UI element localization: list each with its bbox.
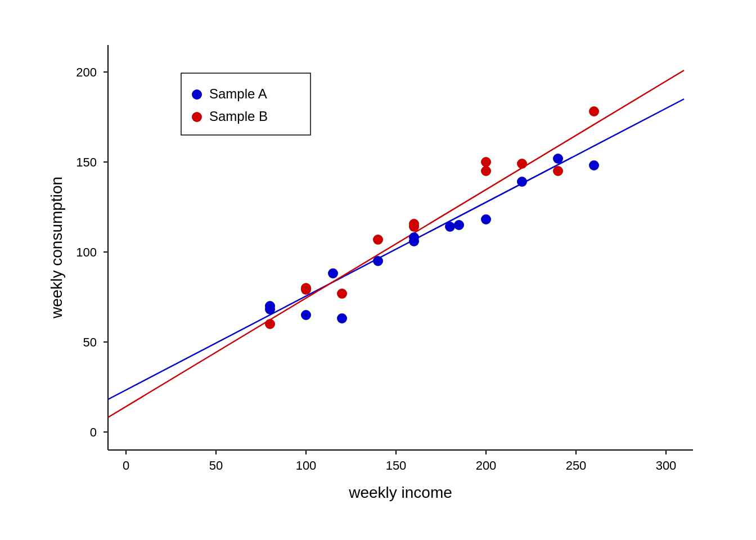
x-axis-label: weekly income bbox=[348, 484, 452, 501]
point-a-6 bbox=[373, 256, 383, 266]
y-tick-label-150: 150 bbox=[76, 155, 97, 169]
point-b-12 bbox=[589, 106, 599, 116]
legend-label-a: Sample A bbox=[209, 86, 267, 101]
x-tick-label-100: 100 bbox=[296, 458, 317, 472]
point-b-4 bbox=[337, 289, 347, 299]
legend-dot-a bbox=[192, 89, 202, 100]
point-a-8 bbox=[409, 236, 419, 246]
x-tick-label-0: 0 bbox=[123, 458, 129, 472]
chart-container: // Will be rendered via static SVG below… bbox=[40, 22, 716, 518]
point-a-2 bbox=[265, 301, 275, 311]
point-b-9 bbox=[481, 157, 491, 167]
point-b-7 bbox=[409, 219, 419, 229]
x-tick-label-300: 300 bbox=[656, 458, 677, 472]
point-b-3 bbox=[301, 283, 311, 293]
y-tick-label-0: 0 bbox=[90, 425, 97, 439]
point-a-5 bbox=[337, 313, 347, 323]
point-b-10 bbox=[517, 159, 527, 169]
point-b-5 bbox=[373, 235, 383, 245]
point-a-3 bbox=[301, 310, 311, 320]
x-tick-label-50: 50 bbox=[209, 458, 223, 472]
x-tick-label-200: 200 bbox=[476, 458, 497, 472]
y-tick-label-100: 100 bbox=[76, 245, 97, 259]
point-a-11 bbox=[481, 214, 491, 224]
point-a-13 bbox=[553, 154, 563, 164]
chart-background bbox=[40, 22, 716, 518]
point-a-10 bbox=[454, 220, 464, 230]
point-a-4 bbox=[328, 268, 338, 278]
y-axis-label: weekly consumption bbox=[48, 177, 65, 319]
point-a-9 bbox=[445, 222, 455, 232]
legend-dot-b bbox=[192, 112, 202, 122]
x-tick-label-250: 250 bbox=[566, 458, 587, 472]
point-a-12 bbox=[517, 177, 527, 187]
legend-label-b: Sample B bbox=[209, 109, 268, 124]
point-b-8 bbox=[481, 166, 491, 176]
point-a-14 bbox=[589, 160, 599, 170]
y-tick-label-200: 200 bbox=[76, 65, 97, 79]
legend-box bbox=[181, 73, 310, 135]
point-b-1 bbox=[265, 319, 275, 329]
point-b-11 bbox=[553, 166, 563, 176]
x-tick-label-150: 150 bbox=[386, 458, 407, 472]
y-tick-label-50: 50 bbox=[83, 335, 97, 349]
